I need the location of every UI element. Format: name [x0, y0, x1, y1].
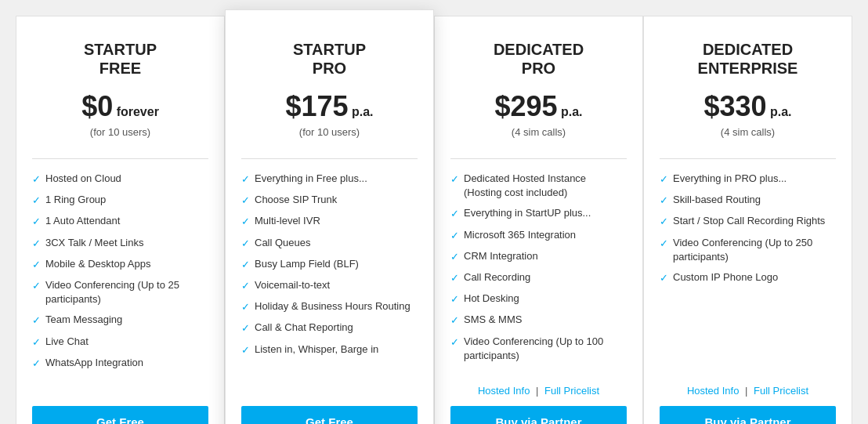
feature-text: Everything in PRO plus... — [673, 172, 787, 186]
hosted-info-link-dedicated-enterprise[interactable]: Hosted Info — [687, 385, 740, 397]
list-item: ✓ Listen in, Whisper, Barge in — [241, 342, 418, 357]
check-icon: ✓ — [660, 215, 668, 229]
list-item: ✓ Everything in StartUP plus... — [450, 206, 627, 221]
plan-price-startup-free: $0 — [81, 90, 113, 122]
feature-text: Hosted on Cloud — [45, 172, 121, 186]
plan-card-dedicated-enterprise: DEDICATED ENTERPRISE $330 p.a. (4 sim ca… — [643, 16, 852, 424]
check-icon: ✓ — [32, 215, 41, 229]
feature-text: Microsoft 365 Integration — [464, 228, 576, 242]
full-pricelist-link-dedicated-pro[interactable]: Full Pricelist — [544, 385, 599, 397]
list-item: ✓ Start / Stop Call Recording Rights — [660, 214, 836, 229]
feature-text: WhatsApp Integration — [45, 356, 143, 370]
check-icon: ✓ — [32, 279, 41, 293]
cta-button-dedicated-pro[interactable]: Buy via Partner — [450, 406, 627, 424]
plan-title-startup-pro: STARTUP PRO — [241, 40, 418, 78]
list-item: ✓ 1 Ring Group — [32, 193, 208, 208]
feature-text: Busy Lamp Field (BLF) — [255, 257, 359, 271]
feature-text: CRM Integration — [464, 249, 538, 263]
feature-text: Start / Stop Call Recording Rights — [673, 214, 825, 228]
plan-price-note-dedicated-pro: (4 sim calls) — [450, 126, 627, 138]
check-icon: ✓ — [32, 194, 41, 208]
plan-price-unit-startup-pro: p.a. — [352, 105, 374, 118]
plan-links-dedicated-pro: Hosted Info | Full Pricelist — [450, 385, 627, 397]
link-sep-dedicated-pro: | — [536, 385, 541, 397]
feature-text: Custom IP Phone Logo — [673, 270, 778, 284]
list-item: ✓ Microsoft 365 Integration — [450, 228, 627, 243]
feature-text: SMS & MMS — [464, 313, 522, 327]
full-pricelist-link-dedicated-enterprise[interactable]: Full Pricelist — [754, 385, 808, 397]
plan-price-dedicated-pro: $295 — [494, 90, 557, 122]
plan-card-dedicated-pro: DEDICATED PRO $295 p.a. (4 sim calls) ✓ … — [434, 16, 643, 424]
check-icon: ✓ — [241, 300, 250, 314]
feature-text: Multi-level IVR — [255, 214, 320, 228]
check-icon: ✓ — [450, 292, 459, 306]
check-icon: ✓ — [32, 172, 41, 187]
check-icon: ✓ — [450, 207, 459, 221]
check-icon: ✓ — [241, 321, 250, 335]
plan-title-dedicated-enterprise: DEDICATED ENTERPRISE — [660, 40, 836, 78]
feature-text: Skill-based Routing — [673, 193, 761, 207]
plan-price-row-dedicated-pro: $295 p.a. — [450, 90, 627, 123]
list-item: ✓ Custom IP Phone Logo — [660, 270, 836, 285]
feature-text: 1 Ring Group — [45, 193, 106, 207]
list-item: ✓ Mobile & Desktop Apps — [32, 257, 208, 272]
list-item: ✓ Everything in Free plus... — [241, 172, 418, 187]
feature-text: Team Messaging — [45, 313, 122, 327]
plan-price-row-dedicated-enterprise: $330 p.a. — [660, 90, 836, 123]
feature-text: Mobile & Desktop Apps — [45, 257, 150, 271]
list-item: ✓ Call Recording — [450, 270, 627, 285]
feature-text: Choose SIP Trunk — [255, 193, 337, 207]
list-item: ✓ Dedicated Hosted Instance (Hosting cos… — [450, 172, 627, 200]
feature-text: Call Recording — [464, 270, 530, 284]
cta-button-dedicated-enterprise[interactable]: Buy via Partner — [660, 406, 836, 424]
plan-title-dedicated-pro: DEDICATED PRO — [450, 40, 627, 78]
feature-text: Listen in, Whisper, Barge in — [255, 342, 378, 357]
list-item: ✓ SMS & MMS — [450, 313, 627, 328]
plan-card-startup-pro: STARTUP PRO $175 p.a. (for 10 users) ✓ E… — [225, 9, 434, 424]
feature-list-dedicated-pro: ✓ Dedicated Hosted Instance (Hosting cos… — [450, 172, 627, 369]
list-item: ✓ Call & Chat Reporting — [241, 321, 418, 335]
check-icon: ✓ — [660, 194, 668, 208]
check-icon: ✓ — [241, 172, 250, 187]
list-item: ✓ WhatsApp Integration — [32, 356, 208, 371]
check-icon: ✓ — [660, 237, 668, 251]
plan-price-note-startup-free: (for 10 users) — [32, 126, 208, 138]
plan-divider-dedicated-pro — [450, 158, 627, 159]
feature-text: Call Queues — [255, 236, 311, 250]
list-item: ✓ Voicemail-to-text — [241, 278, 418, 293]
list-item: ✓ Live Chat — [32, 335, 208, 350]
list-item: ✓ Holiday & Business Hours Routing — [241, 299, 418, 314]
list-item: ✓ Hosted on Cloud — [32, 172, 208, 187]
feature-text: Video Conferencing (Up to 250 participan… — [673, 236, 836, 264]
list-item: ✓ CRM Integration — [450, 249, 627, 264]
check-icon: ✓ — [32, 258, 41, 272]
check-icon: ✓ — [241, 343, 250, 357]
link-sep-dedicated-enterprise: | — [745, 385, 750, 397]
feature-text: Everything in StartUP plus... — [464, 206, 591, 220]
plan-card-startup-free: STARTUP FREE $0 forever (for 10 users) ✓… — [16, 16, 225, 424]
check-icon: ✓ — [450, 172, 459, 187]
check-icon: ✓ — [450, 313, 459, 328]
feature-text: Dedicated Hosted Instance (Hosting cost … — [464, 172, 627, 200]
plan-price-unit-startup-free: forever — [117, 105, 159, 118]
cta-button-startup-pro[interactable]: Get Free — [241, 406, 418, 424]
feature-text: 1 Auto Attendant — [45, 214, 120, 228]
check-icon: ✓ — [450, 271, 459, 285]
check-icon: ✓ — [241, 237, 250, 251]
feature-text: Holiday & Business Hours Routing — [255, 299, 410, 313]
feature-list-startup-free: ✓ Hosted on Cloud ✓ 1 Ring Group ✓ 1 Aut… — [32, 172, 208, 390]
list-item: ✓ Hot Desking — [450, 292, 627, 306]
feature-list-dedicated-enterprise: ✓ Everything in PRO plus... ✓ Skill-base… — [660, 172, 836, 369]
plan-price-startup-pro: $175 — [285, 90, 348, 122]
feature-text: Video Conferencing (Up to 100 participan… — [464, 335, 627, 363]
list-item: ✓ Team Messaging — [32, 313, 208, 328]
list-item: ✓ Video Conferencing (Up to 25 participa… — [32, 278, 208, 306]
feature-text: Live Chat — [45, 335, 89, 349]
hosted-info-link-dedicated-pro[interactable]: Hosted Info — [478, 385, 530, 397]
feature-text: Voicemail-to-text — [255, 278, 330, 292]
list-item: ✓ Everything in PRO plus... — [660, 172, 836, 187]
feature-text: Video Conferencing (Up to 25 participant… — [45, 278, 208, 306]
check-icon: ✓ — [241, 258, 250, 272]
cta-button-startup-free[interactable]: Get Free — [32, 406, 208, 424]
check-icon: ✓ — [32, 313, 41, 328]
